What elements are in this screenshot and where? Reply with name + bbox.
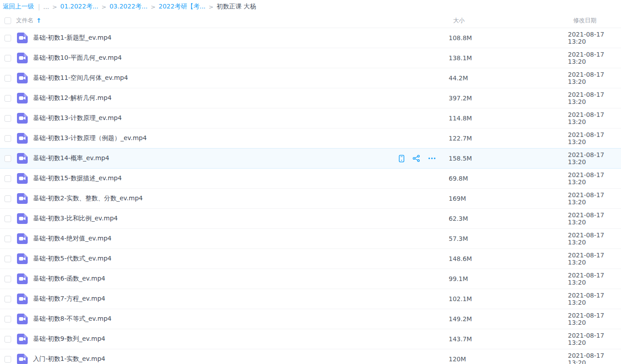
file-size: 120M (449, 356, 568, 363)
table-row[interactable]: 基础-初数2-实数、整数、分数_ev.mp4169M2021-08-17 13:… (0, 189, 621, 209)
file-name[interactable]: 基础-初数14-概率_ev.mp4 (33, 154, 109, 162)
video-file-icon (17, 113, 28, 124)
row-checkbox[interactable] (4, 115, 11, 122)
file-name[interactable]: 基础-初数11-空间几何体_ev.mp4 (33, 74, 128, 82)
breadcrumb-separator: > (150, 4, 155, 10)
breadcrumb-link[interactable]: 01.2022考... (60, 3, 98, 11)
row-checkbox[interactable] (4, 95, 11, 102)
video-file-icon (17, 294, 28, 304)
column-header-modified[interactable]: 修改日期 (573, 17, 596, 24)
file-modified: 2021-08-17 13:20 (568, 171, 621, 186)
phone-icon[interactable] (398, 155, 405, 162)
file-name-cell: 基础-初数7-方程_ev.mp4 (28, 295, 449, 303)
file-name[interactable]: 基础-初数10-平面几何_ev.mp4 (33, 54, 122, 62)
row-checkbox[interactable] (4, 336, 11, 343)
table-row[interactable]: 基础-初数4-绝对值_ev.mp457.3M2021-08-17 13:20 (0, 229, 621, 249)
row-checkbox[interactable] (4, 296, 11, 302)
row-checkbox[interactable] (4, 35, 11, 41)
table-row[interactable]: 基础-初数1-新题型_ev.mp4108.8M2021-08-17 13:20 (0, 28, 621, 48)
table-row[interactable]: 基础-初数15-数据描述_ev.mp469.8M2021-08-17 13:20 (0, 169, 621, 189)
file-name[interactable]: 基础-初数15-数据描述_ev.mp4 (33, 174, 122, 182)
file-name[interactable]: 基础-初数13-计数原理_ev.mp4 (33, 114, 122, 122)
file-modified: 2021-08-17 13:20 (568, 211, 621, 226)
file-name[interactable]: 基础-初数6-函数_ev.mp4 (33, 275, 105, 283)
table-row[interactable]: 基础-初数12-解析几何.mp4397.2M2021-08-17 13:20 (0, 88, 621, 108)
file-name[interactable]: 基础-初数13-计数原理（例题）_ev.mp4 (33, 134, 147, 142)
row-checkbox[interactable] (4, 55, 11, 62)
file-name[interactable]: 基础-初数4-绝对值_ev.mp4 (33, 235, 112, 243)
row-checkbox[interactable] (4, 195, 11, 202)
video-file-icon (17, 213, 28, 224)
file-name-cell: 基础-初数13-计数原理（例题）_ev.mp4 (28, 134, 449, 142)
file-name-cell: 基础-初数5-代数式_ev.mp4 (28, 255, 449, 263)
share-icon[interactable] (413, 155, 420, 162)
video-file-icon (17, 33, 28, 43)
file-name-cell: 基础-初数3-比和比例_ev.mp4 (28, 215, 449, 223)
more-icon[interactable] (428, 155, 436, 162)
breadcrumb-link[interactable]: 2022考研【考... (158, 3, 205, 11)
file-name[interactable]: 基础-初数7-方程_ev.mp4 (33, 295, 105, 303)
file-modified: 2021-08-17 13:20 (568, 191, 621, 206)
table-row[interactable]: 基础-初数5-代数式_ev.mp4148.6M2021-08-17 13:20 (0, 249, 621, 269)
file-name-cell: 基础-初数13-计数原理_ev.mp4 (28, 114, 449, 122)
sort-ascending-icon[interactable]: ↑ (36, 17, 42, 24)
column-header-name[interactable]: 文件名 (16, 17, 33, 25)
table-row[interactable]: 基础-初数3-比和比例_ev.mp462.3M2021-08-17 13:20 (0, 209, 621, 229)
breadcrumb-collapsed: ... (43, 3, 49, 10)
video-file-icon (17, 153, 28, 164)
file-name-cell: 基础-初数2-实数、整数、分数_ev.mp4 (28, 194, 449, 203)
file-name[interactable]: 基础-初数3-比和比例_ev.mp4 (33, 215, 118, 223)
file-name[interactable]: 基础-初数5-代数式_ev.mp4 (33, 255, 112, 263)
video-file-icon (17, 73, 28, 83)
file-modified: 2021-08-17 13:20 (568, 272, 621, 286)
row-checkbox[interactable] (4, 276, 11, 282)
file-size: 397.2M (449, 95, 568, 102)
row-checkbox[interactable] (4, 215, 11, 222)
file-name[interactable]: 基础-初数2-实数、整数、分数_ev.mp4 (33, 194, 143, 203)
file-name[interactable]: 基础-初数1-新题型_ev.mp4 (33, 34, 112, 42)
file-size: 122.7M (449, 135, 568, 142)
file-size: 148.6M (449, 255, 568, 262)
table-row[interactable]: 基础-初数13-计数原理（例题）_ev.mp4122.7M2021-08-17 … (0, 128, 621, 149)
select-all-checkbox[interactable] (4, 17, 11, 24)
column-header-size[interactable]: 大小 (453, 17, 465, 24)
row-checkbox[interactable] (4, 236, 11, 242)
breadcrumb-pipe-separator: | (38, 3, 40, 10)
table-row[interactable]: 基础-初数13-计数原理_ev.mp4114.8M2021-08-17 13:2… (0, 108, 621, 128)
file-size: 138.1M (449, 54, 568, 62)
file-name[interactable]: 基础-初数12-解析几何.mp4 (33, 94, 112, 102)
file-name-cell: 基础-初数15-数据描述_ev.mp4 (28, 174, 449, 182)
table-row[interactable]: 基础-初数9-数列_ev.mp4143.7M2021-08-17 13:20 (0, 329, 621, 349)
file-modified: 2021-08-17 13:20 (568, 352, 621, 364)
file-name[interactable]: 基础-初数8-不等式_ev.mp4 (33, 315, 112, 323)
row-checkbox[interactable] (4, 356, 11, 363)
file-size: 99.1M (449, 275, 568, 282)
video-file-icon (17, 93, 28, 103)
table-row[interactable]: 基础-初数11-空间几何体_ev.mp444.2M2021-08-17 13:2… (0, 68, 621, 88)
row-checkbox[interactable] (4, 75, 11, 82)
file-name-cell: 基础-初数8-不等式_ev.mp4 (28, 315, 449, 323)
row-checkbox[interactable] (4, 316, 11, 323)
file-name-cell: 基础-初数11-空间几何体_ev.mp4 (28, 74, 449, 82)
breadcrumb-back-link[interactable]: 返回上一级 (3, 3, 34, 11)
table-row[interactable]: 基础-初数10-平面几何_ev.mp4138.1M2021-08-17 13:2… (0, 48, 621, 68)
file-size: 114.8M (449, 115, 568, 122)
breadcrumb-current: 初数正课 大杨 (217, 3, 256, 11)
table-row[interactable]: 入门-初数1-实数_ev.mp4120M2021-08-17 13:20 (0, 349, 621, 364)
file-name[interactable]: 入门-初数1-实数_ev.mp4 (33, 355, 105, 363)
row-checkbox[interactable] (4, 155, 11, 162)
file-name-cell: 基础-初数12-解析几何.mp4 (28, 94, 449, 102)
table-row[interactable]: 基础-初数8-不等式_ev.mp4149.2M2021-08-17 13:20 (0, 309, 621, 329)
file-name[interactable]: 基础-初数9-数列_ev.mp4 (33, 335, 105, 343)
video-file-icon (17, 273, 28, 284)
row-checkbox[interactable] (4, 256, 11, 262)
table-row[interactable]: 基础-初数6-函数_ev.mp499.1M2021-08-17 13:20 (0, 269, 621, 289)
row-checkbox[interactable] (4, 175, 11, 182)
breadcrumb-link[interactable]: 03.2022考... (109, 3, 147, 11)
breadcrumb: 返回上一级 | ... >01.2022考...>03.2022考...>202… (0, 0, 621, 13)
table-row[interactable]: 基础-初数7-方程_ev.mp4102.1M2021-08-17 13:20 (0, 289, 621, 309)
file-size: 57.3M (449, 235, 568, 242)
row-checkbox[interactable] (4, 135, 11, 142)
table-row[interactable]: 基础-初数14-概率_ev.mp4158.5M2021-08-17 13:20 (0, 149, 621, 169)
file-modified: 2021-08-17 13:20 (568, 312, 621, 326)
